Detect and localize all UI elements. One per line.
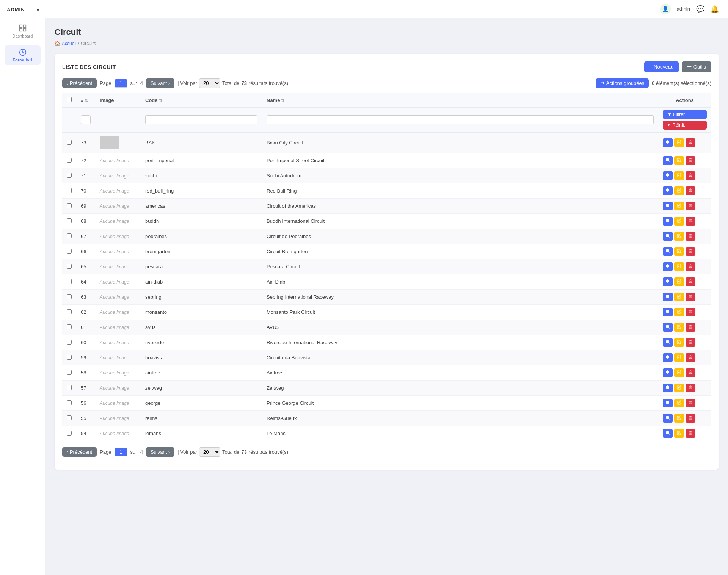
row-checkbox[interactable] bbox=[67, 264, 72, 269]
notif-icon[interactable]: 🔔 bbox=[711, 5, 719, 13]
row-checkbox[interactable] bbox=[67, 140, 72, 145]
view-button[interactable] bbox=[663, 232, 673, 241]
row-checkbox[interactable] bbox=[67, 309, 72, 314]
prev-button-bottom[interactable]: ‹ Précédent bbox=[62, 447, 97, 457]
delete-button[interactable] bbox=[686, 171, 695, 180]
row-checkbox[interactable] bbox=[67, 203, 72, 208]
edit-button[interactable] bbox=[674, 384, 684, 392]
view-button[interactable] bbox=[663, 262, 673, 271]
view-button[interactable] bbox=[663, 353, 673, 362]
delete-button[interactable] bbox=[686, 399, 695, 407]
view-button[interactable] bbox=[663, 247, 673, 256]
next-button-bottom[interactable]: Suivant › bbox=[146, 447, 174, 457]
row-checkbox[interactable] bbox=[67, 324, 72, 329]
filter-button[interactable]: ▼ Filtrer bbox=[663, 110, 707, 119]
view-button[interactable] bbox=[663, 429, 673, 438]
delete-button[interactable] bbox=[686, 368, 695, 377]
edit-button[interactable] bbox=[674, 414, 684, 423]
delete-button[interactable] bbox=[686, 429, 695, 438]
edit-button[interactable] bbox=[674, 186, 684, 195]
view-button[interactable] bbox=[663, 202, 673, 210]
select-all-checkbox[interactable] bbox=[67, 97, 72, 102]
delete-button[interactable] bbox=[686, 247, 695, 256]
view-button[interactable] bbox=[663, 293, 673, 301]
row-checkbox[interactable] bbox=[67, 249, 72, 254]
reset-button[interactable]: ✕ Réinit. bbox=[663, 121, 707, 130]
delete-button[interactable] bbox=[686, 384, 695, 392]
row-checkbox[interactable] bbox=[67, 355, 72, 360]
delete-button[interactable] bbox=[686, 186, 695, 195]
edit-button[interactable] bbox=[674, 308, 684, 316]
edit-button[interactable] bbox=[674, 156, 684, 165]
menu-toggle-icon[interactable]: ≡ bbox=[36, 7, 45, 13]
row-checkbox[interactable] bbox=[67, 294, 72, 299]
view-button[interactable] bbox=[663, 323, 673, 332]
edit-button[interactable] bbox=[674, 202, 684, 210]
delete-button[interactable] bbox=[686, 323, 695, 332]
edit-button[interactable] bbox=[674, 399, 684, 407]
edit-button[interactable] bbox=[674, 247, 684, 256]
filter-id-input[interactable] bbox=[81, 115, 91, 124]
filter-name-input[interactable] bbox=[267, 115, 654, 124]
col-code[interactable]: Code bbox=[141, 93, 262, 107]
per-page-select-bottom[interactable]: 20 50 100 bbox=[199, 447, 220, 457]
sidebar-item-dashboard[interactable]: Dashboard bbox=[5, 20, 41, 42]
edit-button[interactable] bbox=[674, 217, 684, 226]
page-input-bottom[interactable] bbox=[115, 448, 127, 456]
view-button[interactable] bbox=[663, 414, 673, 423]
edit-button[interactable] bbox=[674, 262, 684, 271]
next-button[interactable]: Suivant › bbox=[146, 78, 174, 88]
edit-button[interactable] bbox=[674, 368, 684, 377]
edit-button[interactable] bbox=[674, 232, 684, 241]
row-checkbox[interactable] bbox=[67, 415, 72, 420]
new-button[interactable]: + Nouveau bbox=[644, 61, 679, 72]
per-page-select[interactable]: 20 50 100 bbox=[199, 78, 220, 88]
delete-button[interactable] bbox=[686, 202, 695, 210]
row-checkbox[interactable] bbox=[67, 385, 72, 390]
row-checkbox[interactable] bbox=[67, 188, 72, 193]
view-button[interactable] bbox=[663, 156, 673, 165]
bulk-actions-button[interactable]: ⮕ Actions groupées bbox=[596, 78, 649, 88]
row-checkbox[interactable] bbox=[67, 400, 72, 405]
row-checkbox[interactable] bbox=[67, 431, 72, 436]
delete-button[interactable] bbox=[686, 262, 695, 271]
view-button[interactable] bbox=[663, 186, 673, 195]
edit-button[interactable] bbox=[674, 429, 684, 438]
view-button[interactable] bbox=[663, 368, 673, 377]
edit-button[interactable] bbox=[674, 323, 684, 332]
delete-button[interactable] bbox=[686, 156, 695, 165]
view-button[interactable] bbox=[663, 138, 673, 147]
row-checkbox[interactable] bbox=[67, 279, 72, 284]
edit-button[interactable] bbox=[674, 293, 684, 301]
prev-button[interactable]: ‹ Précédent bbox=[62, 78, 97, 88]
delete-button[interactable] bbox=[686, 232, 695, 241]
delete-button[interactable] bbox=[686, 293, 695, 301]
view-button[interactable] bbox=[663, 338, 673, 347]
view-button[interactable] bbox=[663, 217, 673, 226]
view-button[interactable] bbox=[663, 384, 673, 392]
edit-button[interactable] bbox=[674, 277, 684, 286]
col-name[interactable]: Name bbox=[262, 93, 658, 107]
view-button[interactable] bbox=[663, 171, 673, 180]
delete-button[interactable] bbox=[686, 138, 695, 147]
delete-button[interactable] bbox=[686, 338, 695, 347]
row-checkbox[interactable] bbox=[67, 370, 72, 375]
page-input[interactable] bbox=[115, 79, 127, 88]
delete-button[interactable] bbox=[686, 277, 695, 286]
tools-button[interactable]: ⮕ Outils bbox=[682, 61, 711, 72]
delete-button[interactable] bbox=[686, 308, 695, 316]
delete-button[interactable] bbox=[686, 353, 695, 362]
edit-button[interactable] bbox=[674, 353, 684, 362]
view-button[interactable] bbox=[663, 308, 673, 316]
edit-button[interactable] bbox=[674, 171, 684, 180]
filter-code-input[interactable] bbox=[145, 115, 257, 124]
row-checkbox[interactable] bbox=[67, 173, 72, 178]
sidebar-item-formula1[interactable]: Formula 1 bbox=[5, 45, 41, 65]
col-id[interactable]: # bbox=[76, 93, 95, 107]
row-checkbox[interactable] bbox=[67, 218, 72, 223]
chat-icon[interactable]: 💬 bbox=[696, 5, 704, 13]
row-checkbox[interactable] bbox=[67, 158, 72, 163]
view-button[interactable] bbox=[663, 277, 673, 286]
breadcrumb-home-link[interactable]: Accueil bbox=[62, 41, 77, 46]
row-checkbox[interactable] bbox=[67, 340, 72, 345]
